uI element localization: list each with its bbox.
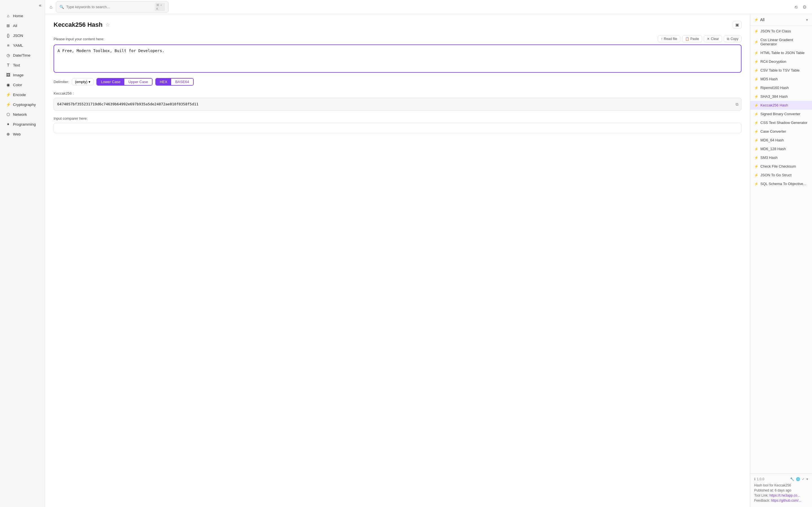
published-line: Published at: 6 days ago [754,489,808,492]
panel-item-sha3-384-hash[interactable]: ⚡SHA3_384 Hash [750,92,812,101]
panel-label-signed-binary-converter: Signed Binary Converter [760,112,801,116]
layout-toggle-button[interactable]: ▣ [733,21,742,29]
feedback-link[interactable]: https://github.com/... [771,499,801,503]
topbar: ⌂ 🔍 ⌘ + K ⎋ ⊙ [45,0,812,14]
panel-item-md6-128-hash[interactable]: ⚡MD6_128 Hash [750,145,812,153]
sidebar-item-home[interactable]: ⌂Home [2,11,43,20]
sidebar-item-yaml[interactable]: ≡YAML [2,41,43,50]
bottom-info: ℹ 1.0.0 🔧 🌐 ✓ ▾ Hash tool for Keccak256 … [750,473,812,507]
sidebar-item-json[interactable]: {}JSON [2,31,43,40]
panel-icon-signed-binary-converter: ⚡ [754,112,758,116]
sidebar-item-image[interactable]: 🖼Image [2,70,43,80]
panel-chevron-button[interactable]: ▾ [806,18,808,22]
panel-item-md5-hash[interactable]: ⚡MD5 Hash [750,75,812,83]
sidebar-icon-cryptography: ⚡ [6,102,11,107]
panel-label-sm3-hash: SM3 Hash [760,156,777,160]
sidebar-label-text: Text [13,63,20,67]
sidebar: « ⌂Home⊞All{}JSON≡YAML◷Date/TimeTText🖼Im… [0,0,45,507]
collapse-icon[interactable]: « [39,3,42,8]
globe-icon: 🌐 [796,477,800,481]
hex-button[interactable]: HEX [156,78,171,85]
sidebar-item-programming[interactable]: ✦Programming [2,119,43,129]
sidebar-icon-all: ⊞ [6,23,11,28]
panel-label-sql-schema-to-objective: SQL Schema To Objective... [760,182,806,186]
base64-button[interactable]: BASE64 [171,78,193,85]
sidebar-item-cryptography[interactable]: ⚡Cryptography [2,100,43,109]
sidebar-label-yaml: YAML [13,43,23,48]
sidebar-label-encode: Encode [13,93,26,97]
sidebar-icon-web: ⊕ [6,132,11,136]
panel-item-html-to-json-table[interactable]: ⚡HTML Table to JSON Table [750,48,812,57]
panel-item-signed-binary-converter[interactable]: ⚡Signed Binary Converter [750,110,812,118]
sidebar-icon-encode: ⚡ [6,93,11,97]
panel-item-md6-64-hash[interactable]: ⚡MD6_64 Hash [750,136,812,145]
output-copy-button[interactable]: ⧉ [735,102,739,107]
user-button[interactable]: ⊙ [802,3,808,11]
sidebar-label-json: JSON [13,34,23,38]
sidebar-label-cryptography: Cryptography [13,103,36,107]
chevron-down-icon: ▾ [89,80,91,84]
favorite-button[interactable]: ☆ [105,22,110,28]
output-field: 6474057bf355231719d6c74639b64992e697b935… [54,98,742,111]
comparer-label: Input comparer here: [54,116,742,121]
panel-label-csv-to-tsv: CSV Table to TSV Table [760,68,800,72]
sidebar-icon-color: ◉ [6,82,11,87]
delimiter-select[interactable]: (empty) ▾ [72,78,94,86]
panel-label-json-to-csharp: JSON To C# Class [760,29,791,33]
panel-item-case-converter[interactable]: ⚡Case Converter [750,127,812,136]
sidebar-label-datetime: Date/Time [13,53,31,57]
panel-icon-keccak256-hash: ⚡ [754,103,758,107]
sidebar-label-home: Home [13,14,23,18]
panel-item-css-gradient[interactable]: ⚡Css Linear Gradient Generator [750,36,812,48]
input-textarea[interactable]: A Free, Modern Toolbox, Built for Develo… [54,45,742,73]
output-label: Keccak256 : [54,91,742,96]
page-title: Keccak256 Hash [54,21,103,29]
panel-item-keccak256-hash[interactable]: ⚡Keccak256 Hash [750,101,812,110]
read-file-button[interactable]: ↑ Read file [658,36,680,42]
panel-item-css-text-shadow[interactable]: ⚡CSS Text Shadow Generator [750,118,812,127]
panel-item-check-file-checksum[interactable]: ⚡Check File Checksum [750,162,812,171]
comparer-input[interactable] [54,123,742,133]
panel-icon-sha3-384-hash: ⚡ [754,95,758,99]
panel-icon-json-to-go-struct: ⚡ [754,173,758,177]
paste-icon: 📋 [685,37,689,41]
sidebar-item-datetime[interactable]: ◷Date/Time [2,50,43,60]
panel-icon-case-converter: ⚡ [754,129,758,133]
tool-link[interactable]: https://t.he3app.co... [769,494,800,497]
clear-button[interactable]: ✕ Clear [704,36,722,42]
lower-case-button[interactable]: Lower Case [97,78,124,85]
case-toggle: Lower Case Upper Case [96,78,153,86]
panel-item-rc4-decryption[interactable]: ⚡RC4 Decryption [750,57,812,66]
sidebar-item-network[interactable]: ⬡Network [2,110,43,119]
info-icon: ℹ [754,477,756,481]
tool-header: Keccak256 Hash ☆ ▣ [54,21,742,29]
search-input[interactable] [66,5,153,9]
paste-button[interactable]: 📋 Paste [682,36,702,42]
panel-label-json-to-go-struct: JSON To Go Struct [760,173,792,177]
panel-item-sm3-hash[interactable]: ⚡SM3 Hash [750,153,812,162]
copy-button[interactable]: ⧉ Copy [724,36,742,42]
panel-item-json-to-csharp[interactable]: ⚡JSON To C# Class [750,27,812,36]
sidebar-collapse-btn[interactable]: « [0,0,45,11]
clear-icon: ✕ [707,37,710,41]
panel-item-sql-schema-to-objective[interactable]: ⚡SQL Schema To Objective... [750,179,812,188]
content-area: Keccak256 Hash ☆ ▣ Please input your con… [45,14,812,507]
panel-label-md6-64-hash: MD6_64 Hash [760,138,784,142]
panel-item-json-to-go-struct[interactable]: ⚡JSON To Go Struct [750,171,812,179]
sidebar-item-color[interactable]: ◉Color [2,80,43,90]
sidebar-item-text[interactable]: TText [2,60,43,70]
sidebar-label-image: Image [13,73,24,77]
sidebar-label-all: All [13,24,17,28]
panel-label-sha3-384-hash: SHA3_384 Hash [760,94,788,99]
sidebar-item-all[interactable]: ⊞All [2,21,43,31]
share-button[interactable]: ⎋ [794,3,799,11]
panel-label-md6-128-hash: MD6_128 Hash [760,147,786,151]
sidebar-item-web[interactable]: ⊕Web [2,129,43,139]
panel-item-ripemd160-hash[interactable]: ⚡Ripemd160 Hash [750,83,812,92]
sidebar-item-encode[interactable]: ⚡Encode [2,90,43,100]
panel-item-csv-to-tsv[interactable]: ⚡CSV Table to TSV Table [750,66,812,75]
upper-case-button[interactable]: Upper Case [124,78,152,85]
home-button[interactable]: ⌂ [50,4,52,10]
panel-label-keccak256-hash: Keccak256 Hash [760,103,788,107]
delimiter-label: Delimiter: [54,80,69,84]
